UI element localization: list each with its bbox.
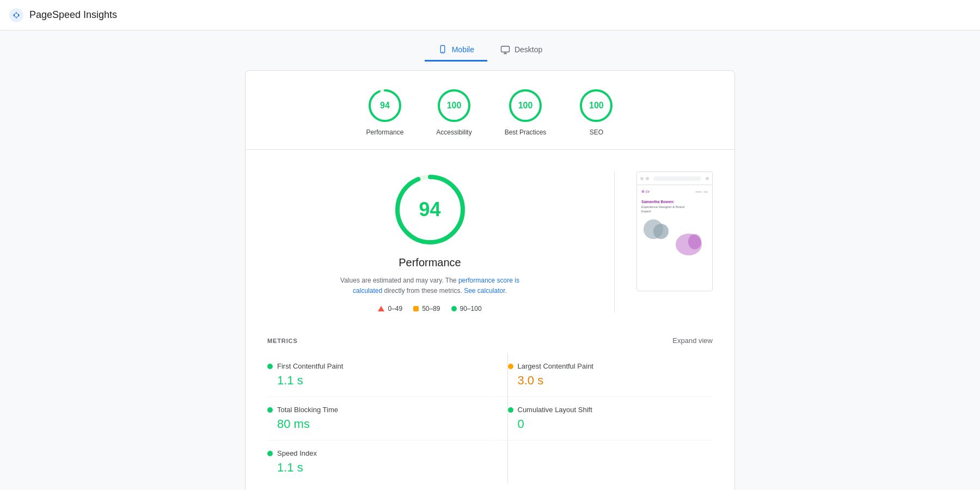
preview-dot-3 — [706, 177, 709, 180]
score-value-best-practices: 100 — [518, 101, 533, 111]
preview-header-row: ⊕ cv — [641, 189, 708, 194]
preview-dot-1 — [640, 177, 644, 180]
svg-rect-4 — [501, 46, 509, 52]
preview-blob-svg — [674, 228, 704, 255]
metric-lcp: Largest Contentful Paint 3.0 s — [491, 353, 713, 397]
metric-cls-value: 0 — [508, 417, 713, 431]
preview-url-bar — [653, 176, 701, 181]
preview-content: ⊕ cv Samantha Bowen: Experience Designer… — [637, 185, 712, 291]
legend-pass: 90–100 — [451, 305, 482, 313]
preview-name-section: Samantha Bowen: Experience Designer & Br… — [641, 199, 708, 214]
svg-point-18 — [688, 234, 701, 249]
legend-pass-label: 90–100 — [460, 305, 482, 313]
score-label-accessibility: Accessibility — [436, 128, 471, 136]
preview-person-title: Experience Designer & Brand — [641, 205, 708, 209]
metric-si-dot — [267, 451, 273, 456]
tab-mobile[interactable]: Mobile — [425, 39, 487, 62]
see-calculator-link[interactable]: See calculator — [464, 287, 505, 295]
scores-section: 94 Performance 100 Accessibility — [246, 71, 734, 150]
tab-desktop-label: Desktop — [514, 45, 542, 54]
performance-description: Values are estimated and may vary. The p… — [332, 275, 528, 296]
legend-fail: 0–49 — [378, 305, 402, 313]
metric-si-name: Speed Index — [267, 449, 490, 457]
metric-fcp-name: First Contentful Paint — [267, 362, 490, 370]
metric-fcp-label: First Contentful Paint — [277, 362, 343, 370]
preview-nav-item-1 — [695, 191, 702, 193]
score-seo[interactable]: 100 SEO — [579, 88, 614, 136]
main-card: 94 Performance 100 Accessibility — [245, 70, 735, 490]
desktop-icon — [500, 45, 510, 54]
metric-fcp-value: 1.1 s — [267, 373, 490, 388]
preview-image-area — [641, 217, 708, 286]
preview-shapes-svg — [641, 217, 672, 246]
legend-average: 50–89 — [413, 305, 440, 313]
metric-tbt: Total Blocking Time 80 ms — [267, 397, 490, 440]
tab-desktop[interactable]: Desktop — [487, 39, 555, 62]
metric-lcp-label: Largest Contentful Paint — [518, 362, 593, 370]
website-preview-container: ⊕ cv Samantha Bowen: Experience Designer… — [636, 171, 713, 313]
legend-pass-icon — [451, 306, 457, 311]
perf-desc-text: Values are estimated and may vary. The — [340, 277, 456, 284]
score-circle-accessibility: 100 — [437, 88, 471, 123]
preview-nav-item-2 — [703, 191, 708, 193]
metric-fcp: First Contentful Paint 1.1 s — [267, 353, 490, 397]
score-circle-best-practices: 100 — [508, 88, 543, 123]
svg-point-1 — [15, 14, 18, 17]
performance-title: Performance — [399, 256, 461, 269]
pagespeed-logo-icon — [9, 8, 24, 23]
metric-tbt-dot — [267, 407, 273, 413]
metric-si: Speed Index 1.1 s — [267, 440, 490, 483]
score-circle-seo: 100 — [579, 88, 614, 123]
metric-tbt-label: Total Blocking Time — [277, 406, 338, 414]
perf-desc-text2: directly from these metrics. — [384, 287, 464, 295]
preview-person-name: Samantha Bowen: — [641, 199, 708, 205]
metric-si-value: 1.1 s — [267, 461, 490, 475]
score-value-accessibility: 100 — [447, 101, 462, 111]
preview-browser-bar — [637, 172, 712, 185]
svg-point-3 — [442, 52, 443, 53]
device-tabs: Mobile Desktop — [0, 30, 980, 62]
logo-container: PageSpeed Insights — [9, 8, 117, 23]
score-performance[interactable]: 94 Performance — [366, 88, 404, 136]
score-label-seo: SEO — [590, 128, 603, 136]
large-score-circle: 94 — [392, 171, 468, 248]
score-circle-performance: 94 — [367, 88, 402, 123]
metric-tbt-value: 80 ms — [267, 417, 490, 431]
preview-person-subtitle: Expert — [641, 209, 708, 213]
metrics-section: METRICS Expand view First Contentful Pai… — [246, 323, 734, 490]
metric-lcp-dot — [508, 364, 513, 369]
metric-lcp-name: Largest Contentful Paint — [508, 362, 713, 370]
metrics-title: METRICS — [267, 338, 298, 344]
app-header: PageSpeed Insights — [0, 0, 980, 30]
metrics-header: METRICS Expand view — [267, 336, 713, 345]
svg-point-16 — [653, 224, 669, 239]
website-preview: ⊕ cv Samantha Bowen: Experience Designer… — [636, 171, 713, 291]
metric-fcp-dot — [267, 364, 273, 369]
score-label-performance: Performance — [366, 128, 404, 136]
performance-detail: 94 Performance Values are estimated and … — [246, 150, 734, 323]
preview-nav — [695, 191, 708, 193]
legend-fail-label: 0–49 — [388, 305, 402, 313]
score-legend: 0–49 50–89 90–100 — [378, 305, 481, 313]
metric-lcp-value: 3.0 s — [508, 373, 713, 388]
expand-view-button[interactable]: Expand view — [672, 336, 713, 345]
score-value-performance: 94 — [380, 101, 390, 111]
mobile-icon — [438, 45, 448, 54]
score-best-practices[interactable]: 100 Best Practices — [505, 88, 547, 136]
tab-mobile-label: Mobile — [452, 45, 474, 54]
perf-score-area: 94 Performance Values are estimated and … — [267, 171, 592, 313]
metrics-col-left: First Contentful Paint 1.1 s Total Block… — [267, 353, 490, 483]
metrics-grid: First Contentful Paint 1.1 s Total Block… — [267, 353, 713, 483]
app-title: PageSpeed Insights — [29, 9, 117, 21]
preview-logo: ⊕ cv — [641, 189, 650, 194]
score-value-seo: 100 — [589, 101, 604, 111]
legend-fail-icon — [378, 306, 384, 311]
metrics-col-right: Largest Contentful Paint 3.0 s Cumulativ… — [491, 353, 713, 483]
metric-cls-label: Cumulative Layout Shift — [518, 406, 592, 414]
score-accessibility[interactable]: 100 Accessibility — [436, 88, 471, 136]
metric-tbt-name: Total Blocking Time — [267, 406, 490, 414]
score-label-best-practices: Best Practices — [505, 128, 547, 136]
vertical-divider — [614, 171, 615, 313]
metric-cls-name: Cumulative Layout Shift — [508, 406, 713, 414]
legend-average-label: 50–89 — [422, 305, 440, 313]
